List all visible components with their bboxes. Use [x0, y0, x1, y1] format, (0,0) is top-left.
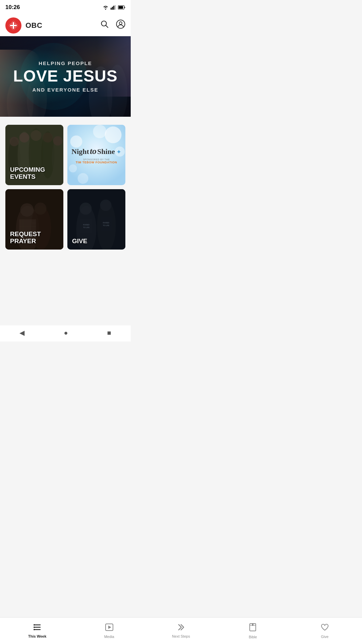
hero-text: Helping People LOVE JESUS AND EVERYONE E… [13, 60, 117, 93]
android-back-button[interactable]: ◀ [19, 329, 24, 337]
status-bar: 10:26 [0, 0, 131, 15]
svg-rect-5 [119, 6, 123, 9]
nav-item-this-week[interactable]: This Week [1, 618, 73, 644]
svg-point-68 [34, 629, 35, 630]
this-week-icon [33, 624, 42, 633]
header-left: OBC [5, 17, 42, 34]
svg-point-64 [34, 624, 35, 626]
this-week-label: This Week [28, 634, 46, 638]
svg-marker-70 [108, 626, 111, 629]
upcoming-events-card[interactable]: UPCOMING EVENTS [5, 125, 63, 185]
night-to-shine-logo: Night to Shine ✦ SPONSORED BY THE TIM TE… [67, 125, 125, 185]
nts-star-icon: ✦ [116, 148, 121, 156]
svg-point-14 [119, 22, 122, 24]
hero-banner: Helping People LOVE JESUS AND EVERYONE E… [0, 36, 131, 117]
android-recents-button[interactable]: ■ [107, 329, 111, 337]
nts-foundation-text: TIM TEBOW FOUNDATION [76, 161, 117, 164]
profile-icon[interactable] [116, 19, 125, 31]
hero-subtext1: Helping People [13, 60, 117, 66]
svg-rect-0 [111, 8, 112, 10]
signal-icon [111, 5, 116, 10]
wifi-icon [103, 5, 109, 10]
android-nav-bar: ◀ ● ■ [0, 325, 131, 341]
svg-line-12 [106, 25, 108, 28]
upcoming-events-label: UPCOMING EVENTS [10, 166, 45, 180]
svg-rect-2 [113, 6, 114, 10]
bottom-nav: This Week Media Next Steps [0, 617, 131, 644]
status-time: 10:26 [5, 4, 20, 11]
give-card[interactable]: RAISED TO LIFE RAISED TO LIFE GIVE [67, 189, 125, 250]
header-right [100, 19, 125, 31]
nts-sponsor-text: SPONSORED BY THE [83, 158, 110, 161]
nts-night: Night [71, 147, 89, 156]
bottom-spacer [0, 255, 131, 299]
cross-icon [9, 21, 18, 30]
nts-shine: Shine [97, 147, 115, 156]
hero-subtext2: AND EVERYONE ELSE [13, 87, 117, 93]
request-prayer-card[interactable]: REQUEST PRAYER [5, 189, 63, 250]
give-label: GIVE [72, 238, 87, 245]
media-icon [105, 623, 114, 633]
app-header: OBC [0, 15, 131, 36]
app-name: OBC [25, 21, 42, 30]
battery-icon [118, 5, 125, 9]
search-icon[interactable] [100, 19, 109, 31]
night-to-shine-card[interactable]: Night to Shine ✦ SPONSORED BY THE TIM TE… [67, 125, 125, 185]
svg-rect-3 [115, 5, 116, 10]
app-logo[interactable] [5, 17, 21, 34]
svg-point-66 [34, 627, 35, 628]
svg-rect-1 [112, 7, 113, 10]
cards-grid: UPCOMING EVENTS [0, 117, 131, 255]
status-icons [103, 5, 125, 10]
hero-main-text: LOVE JESUS [13, 68, 117, 84]
nts-to: to [90, 146, 97, 156]
nts-brand-name: Night to Shine ✦ [71, 146, 121, 156]
nav-item-media[interactable]: Media [73, 618, 131, 644]
request-prayer-label: REQUEST PRAYER [10, 231, 41, 245]
media-label: Media [104, 635, 114, 639]
android-home-button[interactable]: ● [64, 329, 68, 337]
